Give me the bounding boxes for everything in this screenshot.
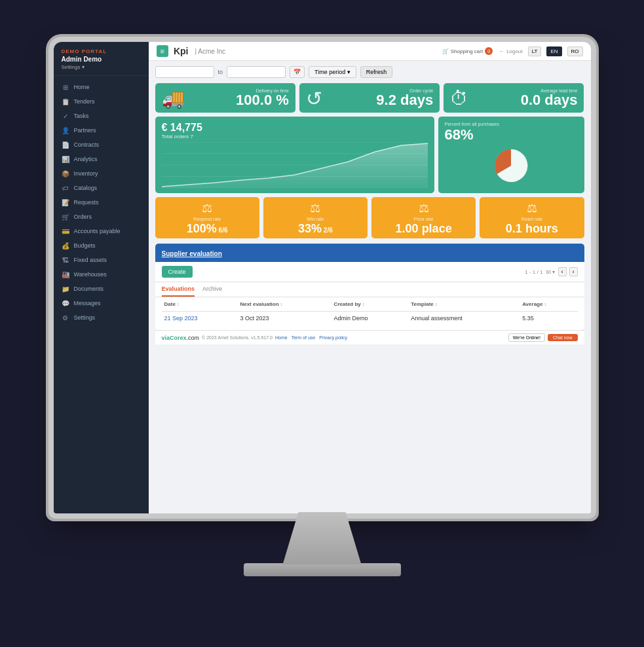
sidebar-item-inventory[interactable]: 📦 Inventory — [54, 166, 149, 181]
nav-icon: ✓ — [62, 112, 69, 120]
calendar-button[interactable]: 📅 — [290, 66, 305, 78]
kpi-row-1: 🚚 Delivery on time 100.0 % ↺ Order cycle… — [155, 83, 584, 113]
monitor-screen: DEMO PORTAL Admin Demo Settings ▾ ⊞ Home… — [54, 42, 591, 513]
prev-page-button[interactable]: ‹ — [558, 267, 567, 276]
orange-kpi-card-2: ⚖ Price rate 1.00 place — [371, 197, 476, 238]
eval-table: Date ↕ Next evaluation ↕ Created by ↕ Te… — [162, 297, 578, 325]
pie-value: 68% — [445, 126, 474, 143]
col-template[interactable]: Template ↕ — [408, 297, 520, 312]
tab-archive[interactable]: Archive — [202, 282, 222, 297]
time-period-button[interactable]: Time period ▾ — [309, 66, 356, 78]
footer-privacy[interactable]: Privacy policy — [319, 335, 347, 340]
cell-date[interactable]: 21 Sep 2023 — [162, 312, 238, 325]
refresh-button[interactable]: Refresh — [360, 66, 393, 78]
chart-total-value: € 14,775 — [162, 122, 428, 134]
lang-lt-button[interactable]: LT — [528, 46, 542, 56]
cell-template: Annual assessment — [408, 312, 520, 325]
order-cycle-label: Order cycle — [306, 88, 433, 93]
sidebar-item-partners[interactable]: 👤 Partners — [54, 123, 149, 138]
sidebar-item-requests[interactable]: 📝 Requests — [54, 195, 149, 210]
nav-icon: 💬 — [62, 299, 69, 307]
cart-icon: 🛒 — [442, 48, 449, 54]
nav-label: Warehouses — [74, 271, 107, 278]
orange-kpi-value: 100% 6/6 — [187, 223, 228, 234]
orange-kpi-card-3: ⚖ React rate 0.1 hours — [480, 197, 584, 238]
sidebar-item-budgets[interactable]: 💰 Budgets — [54, 238, 149, 253]
order-cycle-kpi-card: ↺ Order cycle 9.2 days — [299, 83, 440, 113]
page-subtitle: | Acme Inc — [195, 48, 225, 55]
sidebar-item-orders[interactable]: 🛒 Orders — [54, 210, 149, 224]
sidebar-item-contracts[interactable]: 📄 Contracts — [54, 138, 149, 152]
next-page-button[interactable]: › — [569, 267, 578, 276]
nav-icon: 📄 — [62, 141, 69, 149]
orange-kpi-icon: ⚖ — [527, 201, 537, 215]
lead-time-label: Average lead time — [450, 88, 577, 93]
footer-terms[interactable]: Term of use — [292, 335, 316, 340]
sidebar-item-warehouses[interactable]: 🏭 Warehouses — [54, 267, 149, 282]
lang-en-button[interactable]: EN — [546, 46, 561, 56]
footer-home[interactable]: Home — [275, 335, 288, 340]
orange-kpi-row: ⚖ Respond rate 100% 6/6 ⚖ Win rate 33% 2… — [155, 197, 584, 238]
cart-badge: 0 — [485, 47, 493, 55]
monitor-stand — [283, 512, 362, 564]
nav-label: Documents — [74, 286, 104, 292]
sidebar-item-fixed-assets[interactable]: 🏗 Fixed assets — [54, 253, 149, 267]
date-to-input[interactable] — [227, 66, 286, 78]
sidebar-item-messages[interactable]: 💬 Messages — [54, 296, 149, 310]
chat-button[interactable]: Chat now — [548, 334, 578, 341]
content-area: to 📅 Time period ▾ Refresh 🚚 Delivery on… — [149, 61, 591, 513]
menu-button[interactable]: ≡ — [157, 45, 168, 57]
lang-ro-button[interactable]: RO — [567, 46, 583, 56]
orange-kpi-card-1: ⚖ Win rate 33% 2/6 — [263, 197, 368, 238]
tab-evaluations[interactable]: Evaluations — [162, 282, 195, 297]
supplier-header-link[interactable]: Supplier evaluation — [162, 250, 222, 257]
monitor-wrapper: DEMO PORTAL Admin Demo Settings ▾ ⊞ Home… — [41, 42, 604, 605]
col-created-by[interactable]: Created by ↕ — [331, 297, 408, 312]
delivery-label: Delivery on time — [162, 88, 289, 93]
logout-link[interactable]: Logout — [506, 48, 522, 54]
sidebar-user: Admin Demo — [62, 56, 141, 63]
sidebar-item-catalogs[interactable]: 🏷 Catalogs — [54, 181, 149, 195]
create-button[interactable]: Create — [162, 266, 193, 278]
sidebar-item-settings[interactable]: ⚙ Settings — [54, 310, 149, 325]
online-button[interactable]: We're Online! — [508, 333, 545, 342]
tab-row: Evaluations Archive — [155, 282, 584, 297]
nav-icon: 🏗 — [62, 256, 69, 264]
per-page-select[interactable]: 30 ▾ — [545, 269, 555, 275]
sidebar-item-tenders[interactable]: 📋 Tenders — [54, 94, 149, 109]
filter-bar: to 📅 Time period ▾ Refresh — [155, 66, 584, 78]
shopping-cart-button[interactable]: 🛒 Shopping cart 0 — [442, 47, 493, 55]
col-date[interactable]: Date ↕ — [162, 297, 238, 312]
pie-card: Percent from all purchases 68% — [438, 117, 584, 193]
supplier-section: Supplier evaluation Create 1 - 1 / 1 30 … — [155, 244, 584, 330]
table-header-row: Date ↕ Next evaluation ↕ Created by ↕ Te… — [162, 297, 578, 312]
sidebar-item-tasks[interactable]: ✓ Tasks — [54, 109, 149, 123]
col-average[interactable]: Average ↕ — [520, 297, 577, 312]
footer-brand: viaCorex.com © 2023 Amet Solutions. v1.5… — [162, 335, 348, 341]
date-from-input[interactable] — [155, 66, 214, 78]
orange-kpi-label: Respond rate — [193, 217, 221, 221]
arrow-icon: → — [498, 48, 503, 54]
nav-label: Orders — [74, 213, 92, 220]
chart-subtitle: Total orders 7 — [162, 134, 428, 139]
nav-label: Contracts — [74, 141, 100, 148]
cell-next-eval: 3 Oct 2023 — [237, 312, 331, 325]
sidebar-item-home[interactable]: ⊞ Home — [54, 80, 149, 94]
nav-label: Analytics — [74, 156, 98, 162]
orange-kpi-label: Price rate — [414, 217, 434, 221]
orange-kpi-card-0: ⚖ Respond rate 100% 6/6 — [155, 197, 259, 238]
sidebar-item-documents[interactable]: 📁 Documents — [54, 282, 149, 296]
nav-icon: 📁 — [62, 285, 69, 293]
order-cycle-value: 9.2 days — [306, 93, 433, 107]
sidebar-item-accounts-payable[interactable]: 💳 Accounts payable — [54, 224, 149, 238]
cart-label: Shopping cart — [451, 48, 483, 54]
col-next-eval[interactable]: Next evaluation ↕ — [237, 297, 331, 312]
pagination-text: 1 - 1 / 1 — [525, 269, 542, 275]
sidebar-settings[interactable]: Settings ▾ — [62, 64, 141, 70]
sidebar-item-analytics[interactable]: 📊 Analytics — [54, 152, 149, 166]
nav-label: Inventory — [74, 170, 98, 177]
nav-label: Budgets — [74, 242, 96, 249]
orange-kpi-label: Win rate — [307, 217, 324, 221]
nav-icon: ⊞ — [62, 83, 69, 91]
page-title: Kpi — [174, 46, 189, 56]
